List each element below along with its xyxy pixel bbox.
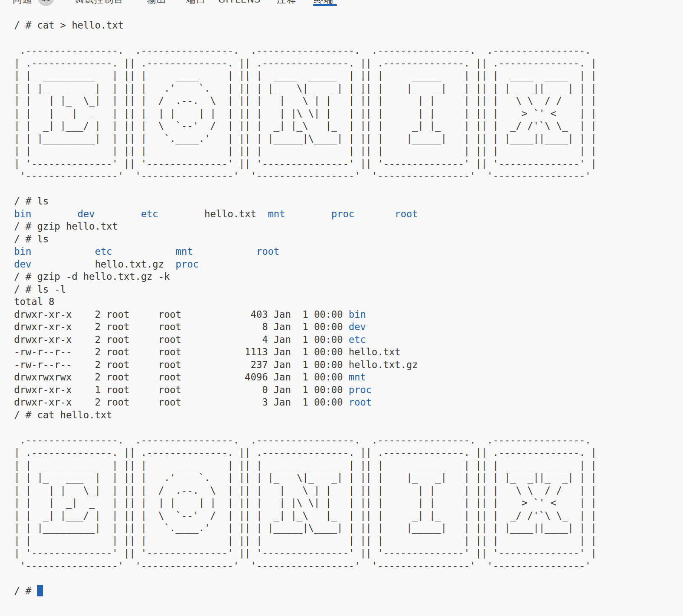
terminal-text: etc [95,246,112,257]
terminal-text: etc [141,208,158,219]
terminal-line [14,32,683,45]
terminal-text: -rw-r--r-- 2 root root 237 Jan 1 00:00 h… [14,359,418,370]
terminal-line: | | _________ | || | ____ | || | ____ __… [14,69,683,82]
terminal-line: | | | _| _ | || | | | | | | || | | |\ \|… [14,497,683,509]
terminal-line: / # ls [14,195,683,208]
terminal-line: / # gzip hello.txt [14,220,683,233]
terminal-text: proc [349,384,372,395]
terminal-text [32,246,95,257]
terminal-line: | '--------------' || '--------------' |… [14,158,683,170]
terminal-text: hello.txt [204,208,268,219]
terminal-text: | | | _| _ | || | | | | | | || | | |\ \|… [14,108,597,119]
panel-tab-bar: 问题 31 调试控制台 输出 端口 GITLENS 注释 终端 [0,0,683,7]
terminal-output[interactable]: / # cat > hello.txt .----------------. .… [0,7,683,616]
terminal-text [95,208,141,219]
terminal-text: / # ls [14,196,49,207]
terminal-line: | .--------------. || .--------------. |… [14,57,683,70]
terminal-line: .----------------. .----------------. .-… [14,434,683,447]
terminal-text: drwxr-xr-x 2 root root 4 Jan 1 00:00 [14,334,349,345]
terminal-text: drwxr-xr-x 2 root root 8 Jan 1 00:00 [14,321,349,332]
terminal-text: '----------------' '----------------' '-… [14,170,597,181]
terminal-text: / # cat hello.txt [14,409,112,420]
terminal-text: root [256,246,279,257]
terminal-line: | | _| |___/ | | || | \ `--' / | || | _|… [14,509,683,522]
terminal-text: dev [77,208,95,219]
tab-gitlens[interactable]: GITLENS [218,0,261,4]
terminal-text: | | _| |___/ | | || | \ `--' / | || | _|… [14,510,597,521]
terminal-text: mnt [349,371,366,383]
terminal-text [32,259,95,270]
terminal-text: drwxr-xr-x 2 root root 3 Jan 1 00:00 [14,397,349,408]
terminal-text [285,208,331,219]
terminal-line: | '--------------' || '--------------' |… [14,547,683,560]
problems-count-badge: 31 [37,0,55,6]
terminal-line [14,183,683,196]
terminal-text: '----------------' '----------------' '-… [14,560,597,571]
terminal-text: | '--------------' || '--------------' |… [14,158,597,169]
terminal-line: | .--------------. || .--------------. |… [14,446,683,459]
terminal-line: | | | |_ \_| | || | / .--. \ | || | | \ … [14,484,683,497]
terminal-text: bin [14,208,32,219]
terminal-line: / # cat > hello.txt [14,19,683,32]
terminal-text: total 8 [14,296,55,307]
terminal-line: -rw-r--r-- 2 root root 237 Jan 1 00:00 h… [14,359,683,371]
terminal-text [354,208,395,219]
terminal-text: / # [14,585,37,596]
terminal-text: mnt [175,246,193,257]
terminal-line: | | | |_ \_| | || | / .--. \ | || | | \ … [14,95,683,107]
terminal-line: / # ls -l [14,283,683,296]
tab-comments[interactable]: 注释 [277,0,296,4]
terminal-line: | | | || | | || | | || | | || | | | [14,145,683,158]
terminal-text: | .--------------. || .--------------. |… [14,58,597,69]
terminal-text [112,246,175,257]
terminal-line: .----------------. .----------------. .-… [14,44,683,57]
terminal-line: | | _| |___/ | | || | \ `--' / | || | _|… [14,120,683,132]
terminal-text: | '--------------' || '--------------' |… [14,547,597,558]
terminal-line: -rw-r--r-- 2 root root 1113 Jan 1 00:00 … [14,346,683,359]
terminal-text: dev [349,321,366,332]
terminal-text: drwxr-xr-x 1 root root 0 Jan 1 00:00 [14,384,349,395]
terminal-text: .----------------. .----------------. .-… [14,45,597,56]
terminal-text: / # gzip hello.txt [14,221,118,232]
terminal-text: / # cat > hello.txt [14,20,123,31]
terminal-line: / # [14,585,683,598]
terminal-text: | | | || | | || | | || | | || | | | [14,535,597,546]
terminal-text: hello.txt.gz [95,259,176,270]
tab-debug-console[interactable]: 调试控制台 [75,0,123,4]
tab-terminal[interactable]: 终端 [314,0,333,4]
terminal-line: drwxr-xr-x 2 root root 3 Jan 1 00:00 roo… [14,396,683,409]
terminal-text: | | _________ | || | ____ | || | ____ __… [14,460,597,471]
terminal-text: root [395,208,418,219]
tab-ports[interactable]: 端口 [186,0,206,4]
terminal-line [14,572,683,585]
terminal-line: | | | _| _ | || | | | | | | || | | |\ \|… [14,107,683,120]
terminal-line: | | |_ ___ | | || | .' `. | || | |_ \|_ … [14,472,683,484]
terminal-text: | .--------------. || .--------------. |… [14,447,597,458]
terminal-text: drwxr-xr-x 2 root root 403 Jan 1 00:00 [14,309,349,320]
terminal-text: proc [331,208,354,219]
terminal-text [193,246,256,257]
terminal-line: drwxr-xr-x 2 root root 8 Jan 1 00:00 dev [14,321,683,334]
terminal-text: / # ls [14,233,49,245]
terminal-text: | | |_________| | || | `.____.' | || | |… [14,133,597,144]
terminal-text: | | | |_ \_| | || | / .--. \ | || | | \ … [14,95,597,106]
terminal-line: | | |_________| | || | `.____.' | || | |… [14,132,683,145]
tab-output[interactable]: 输出 [147,0,166,4]
terminal-text: | | | |_ \_| | || | / .--. \ | || | | \ … [14,485,597,496]
terminal-line: | | | || | | || | | || | | || | | | [14,535,683,547]
terminal-line: / # cat hello.txt [14,409,683,422]
terminal-text: bin [14,246,32,257]
tab-problems[interactable]: 问题 [13,0,32,4]
terminal-line: | | _________ | || | ____ | || | ____ __… [14,459,683,472]
active-tab-indicator [313,4,337,6]
terminal-text: proc [175,259,198,270]
terminal-line: '----------------' '----------------' '-… [14,560,683,573]
terminal-text: | | | _| _ | || | | | | | | || | | |\ \|… [14,497,597,508]
terminal-line: bin etc mnt root [14,245,683,258]
terminal-text: | | _| |___/ | | || | \ `--' / | || | _|… [14,120,597,131]
terminal-text [158,208,204,219]
terminal-text: mnt [268,208,285,219]
terminal-text: | | |_________| | || | `.____.' | || | |… [14,522,597,533]
terminal-text: | | | || | | || | | || | | || | | | [14,145,597,156]
terminal-text: / # gzip -d hello.txt.gz -k [14,271,170,282]
